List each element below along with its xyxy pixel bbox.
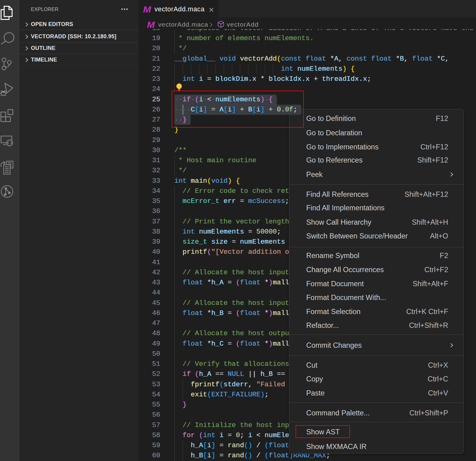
svg-text:M: M bbox=[143, 6, 151, 13]
svg-text:M: M bbox=[147, 21, 155, 28]
